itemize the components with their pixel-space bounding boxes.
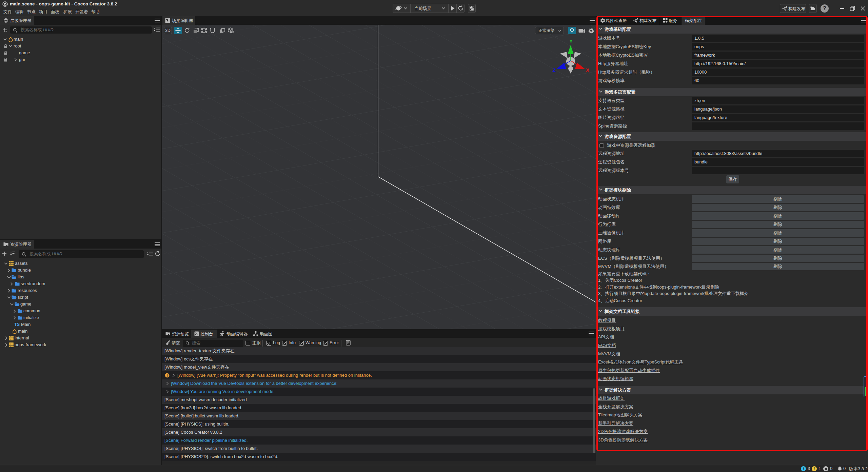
svg-text:Y: Y: [569, 38, 573, 44]
svg-text:Z: Z: [552, 67, 555, 73]
svg-text:X: X: [586, 67, 589, 73]
